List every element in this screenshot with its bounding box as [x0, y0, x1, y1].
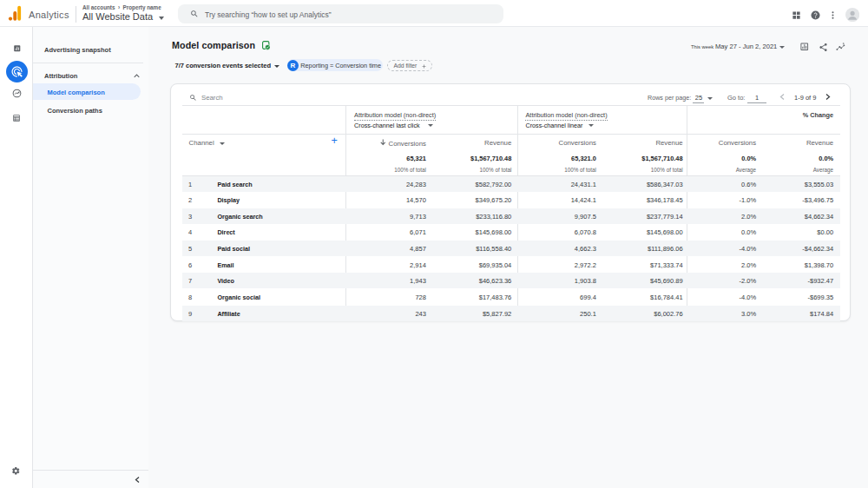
- svg-text:R: R: [291, 62, 296, 69]
